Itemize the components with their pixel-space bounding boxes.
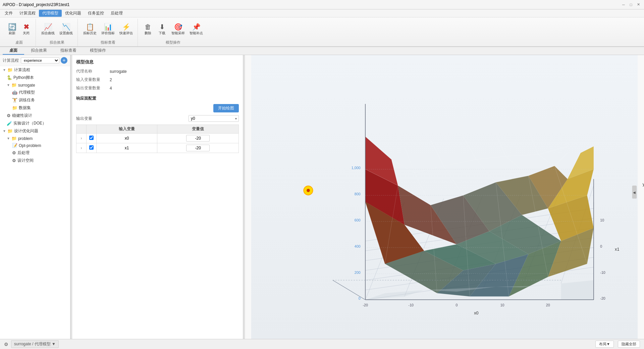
- delete-icon: 🗑: [145, 23, 151, 30]
- output-count-row: 输出变量数量 4: [76, 85, 239, 91]
- smart-sample-button[interactable]: 🎯 智能采样: [169, 22, 187, 37]
- checkbox-cell-x1: [87, 143, 97, 153]
- menu-task-monitor[interactable]: 任务监控: [85, 10, 107, 17]
- statusbar: ⚙ surrogate / 代理模型 ▼ 布局▼ 隐藏全部: [0, 339, 644, 349]
- svg-text:20: 20: [546, 303, 550, 307]
- minimize-button[interactable]: ─: [621, 2, 627, 8]
- tree-item-workflow[interactable]: ▼ 📁 计算流程: [0, 66, 70, 74]
- expand-icon-x0[interactable]: ›: [76, 134, 87, 143]
- svg-marker-39: [561, 280, 594, 300]
- checkbox-cell-x0: [87, 134, 97, 143]
- surrogate-arrow-icon: ▼: [7, 83, 10, 87]
- toolbar-group-indicators: 📋 拟标历史 📊 评价指标 ⚡ 快速评估 指标查看: [78, 19, 138, 46]
- close-icon: ✖: [23, 23, 29, 30]
- svg-text:0: 0: [359, 296, 361, 300]
- set-curve-button[interactable]: 📉 设置曲线: [57, 22, 75, 37]
- var-input-x1[interactable]: [186, 145, 210, 151]
- add-workflow-button[interactable]: +: [61, 57, 67, 64]
- tree-item-surrogate[interactable]: ▼ 📁 surrogate: [0, 82, 70, 89]
- svg-text:10: 10: [500, 303, 504, 307]
- tree-item-problem[interactable]: ▼ 📁 problem: [0, 135, 70, 142]
- expand-icon-x1[interactable]: ›: [76, 143, 87, 153]
- svg-text:1,000: 1,000: [352, 166, 361, 170]
- sidebar-header: 计算流程 experience +: [0, 55, 70, 66]
- workflow-label: 计算流程: [3, 58, 19, 63]
- maximize-button[interactable]: □: [628, 2, 634, 8]
- svg-text:x0: x0: [474, 311, 478, 315]
- refresh-button[interactable]: 🔄 刷新: [5, 22, 19, 37]
- tree-item-train-task[interactable]: 🏋 训练任务: [0, 96, 70, 104]
- close-button[interactable]: ✕: [635, 2, 641, 8]
- fit-curve-button[interactable]: 📈 拟合曲线: [39, 22, 57, 37]
- tree-label-opt-problem-detail: Opt-problem: [19, 143, 41, 148]
- eval-indicator-button[interactable]: 📊 评价指标: [99, 22, 117, 37]
- content-panel: 模型信息 代理名称 surrogate 输入变量数量 2 输出变量数量 4 响应…: [72, 55, 243, 339]
- tree-item-opt-problem-detail[interactable]: 📝 Opt-problem: [0, 142, 70, 149]
- start-plot-button[interactable]: 开始绘图: [213, 104, 239, 112]
- tree-item-dataset[interactable]: 📁 数据集: [0, 104, 70, 112]
- tree-item-robustness[interactable]: ⚙ 稳健性设计: [0, 112, 70, 119]
- col-input-var: 输入变量: [97, 125, 157, 134]
- smart-sample-icon: 🎯: [174, 23, 182, 30]
- sidebar: 计算流程 experience + ▼ 📁 计算流程 🐍 Python脚本 ▼ …: [0, 55, 70, 339]
- eval-history-button[interactable]: 📋 拟标历史: [81, 22, 99, 37]
- output-var-row: 输出变量 y0 y1 y2 y3: [76, 115, 239, 122]
- tree-label-python: Python脚本: [13, 75, 34, 81]
- output-var-select-wrapper: y0 y1 y2 y3: [189, 115, 239, 122]
- workflow-select[interactable]: experience: [21, 57, 59, 63]
- tree-label-post-process: 后处理: [17, 150, 30, 156]
- var-name-x0: x0: [97, 134, 157, 143]
- checkbox-x1[interactable]: [89, 145, 94, 150]
- tree-item-design-space[interactable]: ⚙ 设计空间: [0, 157, 70, 164]
- tree-item-post-process[interactable]: ⚙ 后处理: [0, 149, 70, 157]
- close-button-toolbar[interactable]: ✖ 关闭: [19, 22, 33, 37]
- quick-eval-button[interactable]: ⚡ 快速评估: [117, 22, 135, 37]
- refresh-icon: 🔄: [8, 23, 16, 30]
- var-input-x0[interactable]: [186, 135, 210, 142]
- col-expand: [76, 125, 87, 134]
- menu-surrogate[interactable]: 代理模型: [39, 10, 62, 17]
- hide-all-button[interactable]: 隐藏全部: [618, 341, 640, 348]
- layout-button[interactable]: 布局▼: [595, 341, 614, 348]
- tree-item-doe[interactable]: 🧪 实验设计（DOE）: [0, 119, 70, 127]
- tree-label-workflow: 计算流程: [14, 67, 30, 73]
- cursor-dot: [307, 189, 310, 192]
- delete-button[interactable]: 🗑 删除: [141, 22, 155, 37]
- output-var-select[interactable]: y0 y1 y2 y3: [189, 115, 239, 122]
- svg-text:-20: -20: [363, 303, 368, 307]
- menu-postprocess[interactable]: 后处理: [107, 10, 126, 17]
- fit-curve-icon: 📈: [44, 23, 52, 30]
- menu-file[interactable]: 文件: [1, 10, 16, 17]
- svg-text:800: 800: [355, 192, 361, 196]
- response-surface-title: 响应面配置: [76, 96, 239, 101]
- tree-item-python[interactable]: 🐍 Python脚本: [0, 74, 70, 82]
- download-button[interactable]: ⬇ 下载: [155, 22, 169, 37]
- smart-point-button[interactable]: 📌 智能补点: [187, 22, 205, 37]
- tree-item-opt-problem[interactable]: ▼ 📁 设计优化问题: [0, 127, 70, 135]
- statusbar-right: 布局▼ 隐藏全部: [595, 341, 640, 348]
- variable-table: 输入变量 变量值 › x0 ›: [76, 124, 239, 153]
- group-label-model: 模型操作: [166, 39, 180, 45]
- eval-history-icon: 📋: [86, 23, 94, 30]
- input-count-value: 2: [110, 78, 112, 82]
- menu-workflow[interactable]: 计算流程: [16, 10, 39, 17]
- statusbar-model-info[interactable]: surrogate / 代理模型 ▼: [11, 340, 59, 348]
- svg-text:◀: ◀: [633, 191, 636, 194]
- menu-optimization[interactable]: 优化问题: [62, 10, 85, 17]
- tab-model-ops[interactable]: 模型操作: [83, 47, 113, 55]
- svg-text:x1: x1: [615, 247, 619, 252]
- tab-indicators[interactable]: 指标查看: [54, 47, 83, 55]
- chart-svg: 0 200 400 600 800 1,000 -20 -10 0 10 20: [245, 55, 644, 339]
- tree-label-proxy-model: 代理模型: [19, 90, 35, 95]
- tree-label-train-task: 训练任务: [19, 97, 35, 103]
- tab-fit[interactable]: 拟合效果: [24, 47, 54, 55]
- tree-label-surrogate: surrogate: [18, 83, 35, 88]
- tree-item-proxy-model[interactable]: 🤖 代理模型: [0, 89, 70, 96]
- checkbox-x0[interactable]: [89, 136, 94, 140]
- col-value: 变量值: [157, 125, 239, 134]
- tab-desktop[interactable]: 桌面: [3, 47, 24, 55]
- settings-icon[interactable]: ⚙: [4, 342, 8, 347]
- svg-text:-20: -20: [600, 296, 605, 300]
- menubar: 文件 计算流程 代理模型 优化问题 任务监控 后处理: [0, 9, 644, 17]
- toolbar-group-desktop: 🔄 刷新 ✖ 关闭 桌面: [3, 19, 36, 46]
